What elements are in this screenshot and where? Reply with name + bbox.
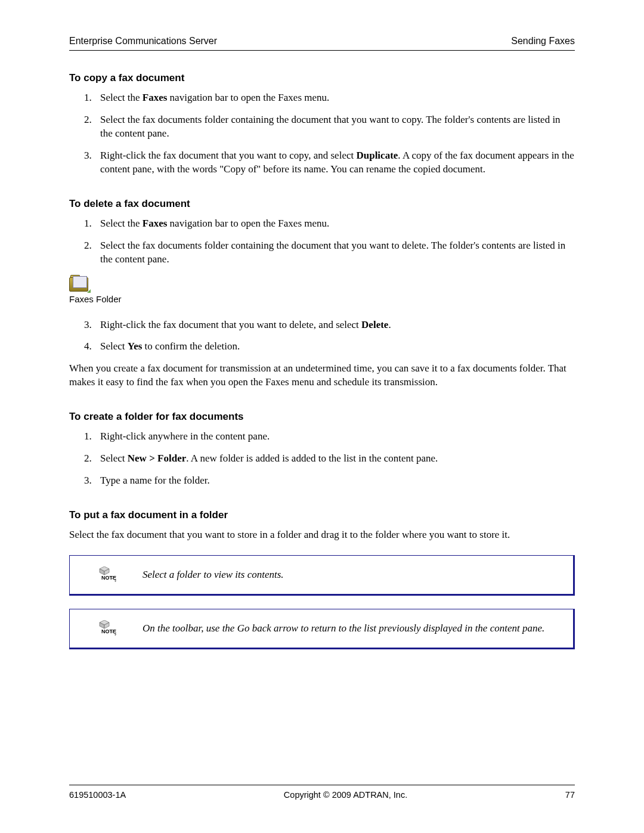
step: Type a name for the folder. <box>94 474 575 488</box>
svg-text:NOTE: NOTE <box>101 628 116 634</box>
footer-center: Copyright © 2009 ADTRAN, Inc. <box>126 790 565 800</box>
text: Select <box>100 453 128 464</box>
page-header: Enterprise Communications Server Sending… <box>69 36 575 51</box>
paragraph-delete-fax: When you create a fax document for trans… <box>69 362 575 389</box>
header-right: Sending Faxes <box>511 36 575 47</box>
faxes-folder-label: Faxes Folder <box>69 294 122 304</box>
text: Right-click anywhere in the content pane… <box>100 431 270 442</box>
note-box-2: NOTE On the toolbar, use the Go back arr… <box>69 609 575 649</box>
heading-delete-fax: To delete a fax document <box>69 198 575 210</box>
step: Select the Faxes navigation bar to open … <box>94 217 575 231</box>
header-left: Enterprise Communications Server <box>69 36 217 47</box>
text: . <box>388 319 391 330</box>
step: Right-click anywhere in the content pane… <box>94 430 575 444</box>
step: Select the Faxes navigation bar to open … <box>94 91 575 105</box>
steps-delete-fax-a: Select the Faxes navigation bar to open … <box>69 217 575 267</box>
text: Select the fax documents folder containi… <box>100 240 565 265</box>
step: Select Yes to confirm the deletion. <box>94 340 575 354</box>
text: Right-click the fax document that you wa… <box>100 150 356 161</box>
step: Right-click the fax document that you wa… <box>94 149 575 176</box>
steps-delete-fax-b: Right-click the fax document that you wa… <box>69 318 575 354</box>
note-box-1: NOTE Select a folder to view its content… <box>69 555 575 596</box>
steps-copy-fax: Select the Faxes navigation bar to open … <box>69 91 575 176</box>
note-text: On the toolbar, use the Go back arrow to… <box>143 622 544 636</box>
footer-left: 619510003-1A <box>69 790 126 800</box>
page-footer: 619510003-1A Copyright © 2009 ADTRAN, In… <box>69 785 575 800</box>
text-bold: Delete <box>361 319 388 330</box>
step: Select the fax documents folder containi… <box>94 239 575 267</box>
note-icon: NOTE <box>97 566 119 583</box>
text: . A new folder is added is added to the … <box>186 453 438 464</box>
document-page: Enterprise Communications Server Sending… <box>0 0 644 833</box>
text: navigation bar to open the Faxes menu. <box>167 218 329 229</box>
text-bold: Faxes <box>143 92 168 103</box>
faxes-folder-block: Faxes Folder <box>69 275 575 304</box>
faxes-folder-icon <box>69 275 89 292</box>
footer-page-number: 77 <box>565 790 575 800</box>
text-bold: Yes <box>128 340 143 352</box>
text-bold: Faxes <box>143 218 168 229</box>
paragraph-put-in-folder: Select the fax document that you want to… <box>69 528 575 542</box>
note-icon: NOTE <box>97 620 119 637</box>
text-bold: New > Folder <box>128 453 186 464</box>
step: Select New > Folder. A new folder is add… <box>94 452 575 466</box>
text: Right-click the fax document that you wa… <box>100 319 361 330</box>
text: navigation bar to open the Faxes menu. <box>167 92 329 103</box>
heading-put-in-folder: To put a fax document in a folder <box>69 509 575 521</box>
note-text: Select a folder to view its contents. <box>143 568 284 582</box>
text: Type a name for the folder. <box>100 475 210 486</box>
step: Select the fax documents folder containi… <box>94 113 575 141</box>
step: Right-click the fax document that you wa… <box>94 318 575 332</box>
heading-copy-fax: To copy a fax document <box>69 72 575 84</box>
text-bold: Duplicate <box>356 150 398 161</box>
text: to confirm the deletion. <box>142 340 240 352</box>
svg-text:NOTE: NOTE <box>101 575 116 581</box>
text: Select the <box>100 92 143 103</box>
steps-create-folder: Right-click anywhere in the content pane… <box>69 430 575 488</box>
text: Select <box>100 340 128 352</box>
heading-create-folder: To create a folder for fax documents <box>69 411 575 423</box>
text: Select the <box>100 218 143 229</box>
text: Select the fax documents folder containi… <box>100 114 561 139</box>
